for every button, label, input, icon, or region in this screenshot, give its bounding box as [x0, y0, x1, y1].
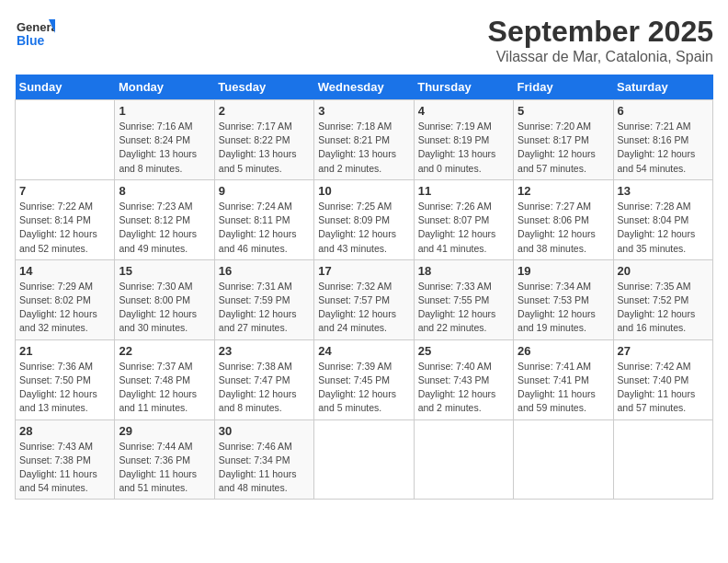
- day-number: 2: [219, 104, 310, 118]
- day-info: Sunrise: 7:43 AM Sunset: 7:38 PM Dayligh…: [19, 440, 110, 496]
- calendar-week-row: 7Sunrise: 7:22 AM Sunset: 8:14 PM Daylig…: [16, 179, 713, 259]
- day-number: 7: [19, 184, 110, 198]
- calendar-cell: 29Sunrise: 7:44 AM Sunset: 7:36 PM Dayli…: [115, 419, 214, 500]
- calendar-cell: 20Sunrise: 7:35 AM Sunset: 7:52 PM Dayli…: [613, 259, 712, 339]
- header-day-friday: Friday: [514, 75, 613, 100]
- calendar-cell: 23Sunrise: 7:38 AM Sunset: 7:47 PM Dayli…: [214, 339, 313, 419]
- calendar-week-row: 1Sunrise: 7:16 AM Sunset: 8:24 PM Daylig…: [16, 100, 713, 180]
- header-day-monday: Monday: [115, 75, 214, 100]
- day-number: 22: [119, 344, 210, 358]
- calendar-table: SundayMondayTuesdayWednesdayThursdayFrid…: [15, 75, 713, 500]
- calendar-cell: 19Sunrise: 7:34 AM Sunset: 7:53 PM Dayli…: [514, 259, 613, 339]
- header-day-tuesday: Tuesday: [214, 75, 313, 100]
- calendar-cell: 14Sunrise: 7:29 AM Sunset: 8:02 PM Dayli…: [16, 259, 115, 339]
- svg-text:General: General: [17, 20, 55, 34]
- day-info: Sunrise: 7:24 AM Sunset: 8:11 PM Dayligh…: [219, 200, 310, 256]
- calendar-cell: 24Sunrise: 7:39 AM Sunset: 7:45 PM Dayli…: [314, 339, 414, 419]
- calendar-cell: [414, 419, 513, 500]
- day-number: 23: [219, 344, 310, 358]
- day-number: 6: [618, 104, 709, 118]
- day-number: 10: [318, 184, 409, 198]
- calendar-cell: 1Sunrise: 7:16 AM Sunset: 8:24 PM Daylig…: [115, 100, 214, 180]
- day-info: Sunrise: 7:30 AM Sunset: 8:00 PM Dayligh…: [119, 280, 210, 336]
- calendar-cell: 9Sunrise: 7:24 AM Sunset: 8:11 PM Daylig…: [214, 179, 313, 259]
- day-number: 29: [119, 424, 210, 438]
- calendar-header-row: SundayMondayTuesdayWednesdayThursdayFrid…: [16, 75, 713, 100]
- calendar-cell: 28Sunrise: 7:43 AM Sunset: 7:38 PM Dayli…: [16, 419, 115, 500]
- day-info: Sunrise: 7:32 AM Sunset: 7:57 PM Dayligh…: [318, 280, 409, 336]
- day-info: Sunrise: 7:34 AM Sunset: 7:53 PM Dayligh…: [518, 280, 609, 336]
- calendar-cell: 21Sunrise: 7:36 AM Sunset: 7:50 PM Dayli…: [16, 339, 115, 419]
- day-info: Sunrise: 7:20 AM Sunset: 8:17 PM Dayligh…: [518, 120, 609, 176]
- day-info: Sunrise: 7:29 AM Sunset: 8:02 PM Dayligh…: [19, 280, 110, 336]
- day-info: Sunrise: 7:26 AM Sunset: 8:07 PM Dayligh…: [418, 200, 509, 256]
- calendar-cell: 22Sunrise: 7:37 AM Sunset: 7:48 PM Dayli…: [115, 339, 214, 419]
- day-info: Sunrise: 7:40 AM Sunset: 7:43 PM Dayligh…: [418, 360, 509, 416]
- calendar-week-row: 28Sunrise: 7:43 AM Sunset: 7:38 PM Dayli…: [16, 419, 713, 500]
- calendar-cell: 4Sunrise: 7:19 AM Sunset: 8:19 PM Daylig…: [414, 100, 513, 180]
- day-number: 12: [518, 184, 609, 198]
- day-info: Sunrise: 7:21 AM Sunset: 8:16 PM Dayligh…: [618, 120, 709, 176]
- calendar-cell: 11Sunrise: 7:26 AM Sunset: 8:07 PM Dayli…: [414, 179, 513, 259]
- day-number: 24: [318, 344, 409, 358]
- day-number: 30: [219, 424, 310, 438]
- calendar-cell: 16Sunrise: 7:31 AM Sunset: 7:59 PM Dayli…: [214, 259, 313, 339]
- calendar-cell: 10Sunrise: 7:25 AM Sunset: 8:09 PM Dayli…: [314, 179, 414, 259]
- logo: General Blue: [15, 15, 55, 55]
- header-day-thursday: Thursday: [414, 75, 513, 100]
- day-number: 19: [518, 264, 609, 278]
- day-number: 18: [418, 264, 509, 278]
- day-info: Sunrise: 7:25 AM Sunset: 8:09 PM Dayligh…: [318, 200, 409, 256]
- calendar-cell: 13Sunrise: 7:28 AM Sunset: 8:04 PM Dayli…: [613, 179, 712, 259]
- day-number: 27: [618, 344, 709, 358]
- day-number: 5: [518, 104, 609, 118]
- header-day-saturday: Saturday: [613, 75, 712, 100]
- day-number: 11: [418, 184, 509, 198]
- day-info: Sunrise: 7:38 AM Sunset: 7:47 PM Dayligh…: [219, 360, 310, 416]
- svg-text:Blue: Blue: [17, 33, 45, 48]
- title-area: September 2025 Vilassar de Mar, Cataloni…: [488, 15, 713, 65]
- day-number: 14: [19, 264, 110, 278]
- calendar-cell: 2Sunrise: 7:17 AM Sunset: 8:22 PM Daylig…: [214, 100, 313, 180]
- day-info: Sunrise: 7:46 AM Sunset: 7:34 PM Dayligh…: [219, 440, 310, 496]
- day-number: 13: [618, 184, 709, 198]
- day-info: Sunrise: 7:39 AM Sunset: 7:45 PM Dayligh…: [318, 360, 409, 416]
- calendar-cell: 25Sunrise: 7:40 AM Sunset: 7:43 PM Dayli…: [414, 339, 513, 419]
- calendar-cell: 7Sunrise: 7:22 AM Sunset: 8:14 PM Daylig…: [16, 179, 115, 259]
- day-info: Sunrise: 7:42 AM Sunset: 7:40 PM Dayligh…: [618, 360, 709, 416]
- calendar-cell: 5Sunrise: 7:20 AM Sunset: 8:17 PM Daylig…: [514, 100, 613, 180]
- calendar-cell: [514, 419, 613, 500]
- day-number: 4: [418, 104, 509, 118]
- header-day-sunday: Sunday: [16, 75, 115, 100]
- day-info: Sunrise: 7:44 AM Sunset: 7:36 PM Dayligh…: [119, 440, 210, 496]
- calendar-week-row: 14Sunrise: 7:29 AM Sunset: 8:02 PM Dayli…: [16, 259, 713, 339]
- calendar-cell: 26Sunrise: 7:41 AM Sunset: 7:41 PM Dayli…: [514, 339, 613, 419]
- calendar-cell: 6Sunrise: 7:21 AM Sunset: 8:16 PM Daylig…: [613, 100, 712, 180]
- day-number: 28: [19, 424, 110, 438]
- day-info: Sunrise: 7:19 AM Sunset: 8:19 PM Dayligh…: [418, 120, 509, 176]
- calendar-cell: 8Sunrise: 7:23 AM Sunset: 8:12 PM Daylig…: [115, 179, 214, 259]
- day-number: 20: [618, 264, 709, 278]
- day-info: Sunrise: 7:28 AM Sunset: 8:04 PM Dayligh…: [618, 200, 709, 256]
- day-number: 21: [19, 344, 110, 358]
- day-info: Sunrise: 7:41 AM Sunset: 7:41 PM Dayligh…: [518, 360, 609, 416]
- day-info: Sunrise: 7:27 AM Sunset: 8:06 PM Dayligh…: [518, 200, 609, 256]
- day-info: Sunrise: 7:31 AM Sunset: 7:59 PM Dayligh…: [219, 280, 310, 336]
- calendar-week-row: 21Sunrise: 7:36 AM Sunset: 7:50 PM Dayli…: [16, 339, 713, 419]
- page-title: September 2025: [488, 15, 713, 49]
- day-info: Sunrise: 7:36 AM Sunset: 7:50 PM Dayligh…: [19, 360, 110, 416]
- day-number: 16: [219, 264, 310, 278]
- header: General Blue September 2025 Vilassar de …: [15, 15, 713, 65]
- day-info: Sunrise: 7:17 AM Sunset: 8:22 PM Dayligh…: [219, 120, 310, 176]
- day-number: 25: [418, 344, 509, 358]
- calendar-cell: [613, 419, 712, 500]
- day-info: Sunrise: 7:16 AM Sunset: 8:24 PM Dayligh…: [119, 120, 210, 176]
- day-info: Sunrise: 7:37 AM Sunset: 7:48 PM Dayligh…: [119, 360, 210, 416]
- day-number: 3: [318, 104, 409, 118]
- day-number: 9: [219, 184, 310, 198]
- header-day-wednesday: Wednesday: [314, 75, 414, 100]
- day-number: 17: [318, 264, 409, 278]
- logo-icon: General Blue: [15, 15, 55, 55]
- day-info: Sunrise: 7:18 AM Sunset: 8:21 PM Dayligh…: [318, 120, 409, 176]
- calendar-cell: [314, 419, 414, 500]
